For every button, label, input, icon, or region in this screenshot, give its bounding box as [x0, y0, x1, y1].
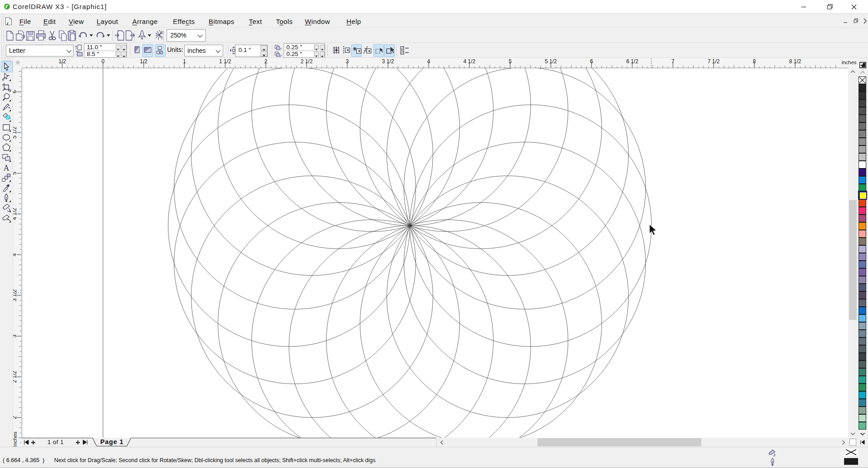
svg-text:8 1/2: 8 1/2	[789, 58, 801, 65]
svg-text:2: 2	[264, 58, 267, 65]
svg-text:8: 8	[753, 58, 756, 65]
svg-text:y: y	[280, 53, 282, 57]
svg-text:6: 6	[590, 58, 593, 65]
svg-text:1/2: 1/2	[58, 58, 66, 65]
svg-text:4: 4	[427, 58, 430, 65]
svg-text:x: x	[280, 47, 282, 51]
svg-text:0: 0	[102, 58, 105, 65]
svg-text:A: A	[4, 164, 9, 172]
svg-text:6 1/2: 6 1/2	[626, 58, 639, 65]
svg-text:4 1/2: 4 1/2	[463, 58, 476, 65]
svg-text:1: 1	[183, 58, 186, 65]
svg-text:7 1/2: 7 1/2	[708, 58, 720, 65]
svg-text:inches: inches	[841, 60, 856, 65]
svg-text:3 1/2: 3 1/2	[382, 58, 394, 65]
svg-text:2 1/2: 2 1/2	[300, 58, 313, 65]
svg-text:5 1/2: 5 1/2	[545, 58, 557, 65]
svg-text:3: 3	[346, 58, 349, 65]
svg-text:5: 5	[509, 58, 512, 65]
svg-text:1/2: 1/2	[140, 58, 148, 65]
svg-text:7: 7	[672, 58, 675, 65]
svg-text:1 1/2: 1 1/2	[219, 58, 231, 65]
